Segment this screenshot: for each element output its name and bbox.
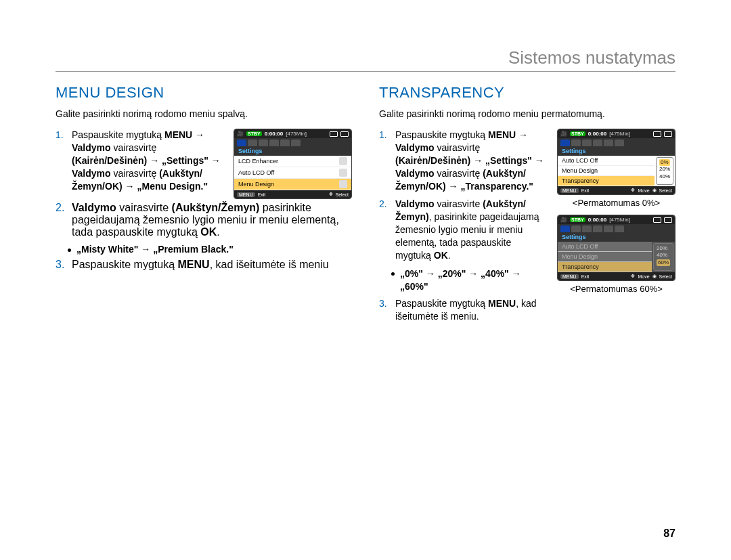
step-1-text: Paspauskite mygtuką MENU → Valdymo vaira… bbox=[395, 129, 549, 192]
step-3-text: Paspauskite mygtuką MENU, kad išeitumėte… bbox=[395, 297, 549, 323]
tab bbox=[259, 139, 268, 146]
opt-selected: 60% bbox=[657, 259, 670, 266]
joystick-icon: ✥ bbox=[329, 192, 333, 197]
tab bbox=[269, 139, 279, 146]
ok-icon: ◉ bbox=[652, 188, 657, 193]
row-icon bbox=[339, 157, 347, 165]
menu-row: Auto LCD Off bbox=[234, 167, 351, 179]
opt: 20% bbox=[657, 245, 667, 251]
lcd-screenshot-menu-design: 🎥 STBY 0:00:00 [475Min] Settings bbox=[234, 129, 352, 199]
camera-icon: 🎥 bbox=[560, 131, 567, 137]
step-1-text: Paspauskite mygtuką MENU → Valdymo vaira… bbox=[72, 129, 225, 192]
foot-move: Move bbox=[638, 188, 649, 193]
row-icon bbox=[339, 169, 347, 177]
remaining-time: [475Min] bbox=[286, 131, 307, 137]
timecode: 0:00:00 bbox=[588, 131, 607, 137]
step-number: 3. bbox=[56, 259, 68, 271]
step-number: 2. bbox=[56, 202, 68, 238]
step-number: 3. bbox=[379, 297, 391, 323]
battery-icon bbox=[340, 131, 349, 137]
stby-badge: STBY bbox=[246, 131, 262, 136]
joystick-icon: ✥ bbox=[631, 274, 635, 279]
opt: 20% bbox=[659, 166, 670, 172]
step-2-text: Valdymo vairasvirte (Aukštyn/Žemyn), pas… bbox=[395, 198, 549, 261]
menu-chip: MENU bbox=[560, 274, 579, 279]
foot-select: Select bbox=[659, 188, 672, 193]
section-title: TRANSPARENCY bbox=[379, 84, 675, 102]
tab bbox=[291, 139, 301, 146]
tab-active bbox=[237, 139, 246, 146]
page-number: 87 bbox=[663, 527, 675, 540]
section-transparency: TRANSPARENCY Galite pasirinkti norimą ro… bbox=[379, 84, 675, 328]
camera-icon: 🎥 bbox=[560, 217, 567, 223]
chapter-title: Sistemos nustatymas bbox=[56, 47, 675, 71]
section-title: MENU DESIGN bbox=[56, 84, 352, 102]
remaining-time: [475Min] bbox=[609, 131, 630, 137]
card-icon bbox=[330, 131, 338, 137]
option-bullet: „Misty White" → „Premium Black." bbox=[68, 244, 352, 255]
tab bbox=[248, 139, 257, 146]
menu-row-selected: Transparency bbox=[558, 262, 652, 272]
joystick-icon: ✥ bbox=[631, 188, 635, 193]
tab-strip bbox=[558, 224, 675, 232]
menu-row: Auto LCD Off bbox=[558, 156, 655, 166]
tab-strip bbox=[558, 138, 675, 146]
foot-exit: Exit bbox=[581, 188, 590, 193]
step-number: 2. bbox=[379, 198, 391, 261]
settings-heading: Settings bbox=[558, 146, 675, 156]
option-popup: 20% 40% 60% bbox=[653, 243, 673, 271]
battery-icon bbox=[664, 217, 672, 223]
menu-row-selected: Transparency bbox=[558, 176, 655, 186]
foot-select: Select bbox=[659, 274, 672, 279]
menu-row: Menu Design bbox=[558, 252, 652, 262]
foot-select: Select bbox=[336, 192, 349, 197]
bullet-icon bbox=[68, 249, 71, 252]
menu-row: LCD Enhancer bbox=[234, 156, 351, 167]
step-3-text: Paspauskite mygtuką MENU, kad išeitumėte… bbox=[72, 259, 329, 271]
timecode: 0:00:00 bbox=[265, 131, 284, 137]
settings-heading: Settings bbox=[558, 232, 675, 242]
step-2-text: Valdymo vairasvirte (Aukštyn/Žemyn) pasi… bbox=[72, 202, 352, 238]
menu-row-selected: Menu Design bbox=[234, 179, 351, 190]
menu-row: Auto LCD Off bbox=[558, 242, 652, 252]
step-number: 1. bbox=[379, 129, 391, 192]
lcd-screenshot-transparency-0: 🎥 STBY 0:00:00 [475Min] Settings bbox=[557, 129, 675, 195]
section-menu-design: MENU DESIGN Galite pasirinkti norimą rod… bbox=[56, 84, 352, 328]
tab-active bbox=[560, 139, 570, 146]
bullet-icon bbox=[391, 272, 395, 276]
foot-move: Move bbox=[638, 274, 649, 279]
card-icon bbox=[653, 131, 661, 137]
caption-0pct: <Permatomumas 0%> bbox=[557, 198, 675, 208]
menu-chip: MENU bbox=[560, 188, 579, 193]
battery-icon bbox=[664, 131, 672, 137]
lcd-screenshot-transparency-60: 🎥 STBY 0:00:00 [475Min] Settings bbox=[557, 215, 675, 281]
caption-60pct: <Permatomumas 60%> bbox=[557, 284, 675, 294]
tab bbox=[280, 139, 290, 146]
stby-badge: STBY bbox=[570, 131, 585, 136]
timecode: 0:00:00 bbox=[588, 217, 607, 223]
stby-badge: STBY bbox=[570, 217, 585, 222]
row-icon bbox=[339, 180, 347, 188]
camera-icon: 🎥 bbox=[237, 131, 244, 137]
opt: 40% bbox=[657, 252, 667, 258]
card-icon bbox=[653, 217, 661, 223]
foot-exit: Exit bbox=[581, 274, 590, 279]
opt: 40% bbox=[659, 173, 670, 179]
foot-exit: Exit bbox=[258, 192, 266, 197]
option-popup: 0% 20% 40% bbox=[656, 157, 673, 185]
tab-strip bbox=[234, 138, 351, 146]
intro-text: Galite pasirinkti norimą rodomo meniu pe… bbox=[379, 108, 675, 119]
intro-text: Galite pasirinkti norimą rodomo meniu sp… bbox=[56, 108, 352, 119]
opt-selected: 0% bbox=[659, 159, 670, 166]
menu-chip: MENU bbox=[237, 192, 255, 197]
step-number: 1. bbox=[56, 129, 68, 192]
settings-heading: Settings bbox=[234, 146, 351, 156]
option-bullet: „0%" → „20%" → „40%" → „60%" bbox=[391, 267, 549, 293]
ok-icon: ◉ bbox=[652, 274, 657, 279]
remaining-time: [475Min] bbox=[609, 217, 630, 223]
menu-row: Menu Design bbox=[558, 166, 655, 176]
